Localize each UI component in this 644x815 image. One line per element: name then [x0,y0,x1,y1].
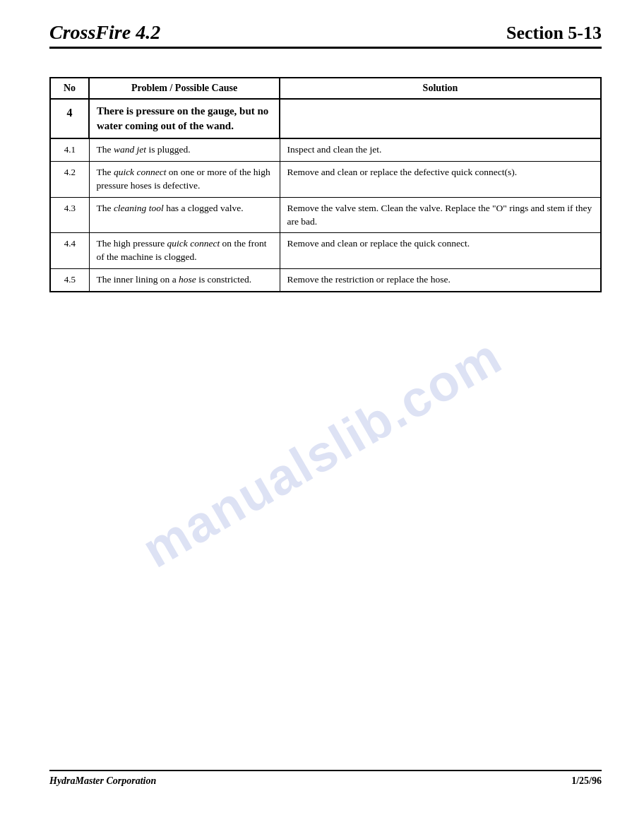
document-title: CrossFire 4.2 [49,21,160,44]
col-header-solution: Solution [280,78,601,99]
section-label: Section 5-13 [506,23,602,44]
main-row-problem: There is pressure on the gauge, but no w… [89,99,280,138]
page-header: CrossFire 4.2 Section 5-13 [49,21,602,49]
main-problem-text: There is pressure on the gauge, but no w… [97,105,268,131]
table-row-main: 4 There is pressure on the gauge, but no… [50,99,601,138]
sub-row-4-2-no: 4.2 [50,161,89,197]
page-footer: HydraMaster Corporation 1/25/96 [49,770,602,787]
table-row-4-3: 4.3 The cleaning tool has a clogged valv… [50,197,601,233]
sub-row-4-3-no: 4.3 [50,197,89,233]
italic-wand-jet: wand jet [114,144,146,155]
col-header-no: No [50,78,89,99]
col-header-problem: Problem / Possible Cause [89,78,280,99]
sub-row-4-4-no: 4.4 [50,233,89,269]
sub-row-4-3-solution: Remove the valve stem. Clean the valve. … [280,197,601,233]
sub-row-4-4-solution: Remove and clean or replace the quick co… [280,233,601,269]
troubleshooting-table: No Problem / Possible Cause Solution 4 T… [49,77,602,292]
table-row-4-1: 4.1 The wand jet is plugged. Inspect and… [50,138,601,161]
italic-cleaning-tool: cleaning tool [114,203,164,213]
table-row-4-2: 4.2 The quick connect on one or more of … [50,161,601,197]
main-row-no: 4 [50,99,89,138]
italic-quick-connect-4-4: quick connect [167,238,220,249]
sub-row-4-4-problem: The high pressure quick connect on the f… [89,233,280,269]
table-row-4-4: 4.4 The high pressure quick connect on t… [50,233,601,269]
page-container: CrossFire 4.2 Section 5-13 No Problem / … [0,0,644,815]
sub-row-4-5-problem: The inner lining on a hose is constricte… [89,269,280,292]
sub-row-4-3-problem: The cleaning tool has a clogged valve. [89,197,280,233]
italic-hose: hose [179,274,196,285]
italic-quick-connect-4-2: quick connect [114,167,167,177]
sub-row-4-1-solution: Inspect and clean the jet. [280,138,601,161]
sub-row-4-1-problem: The wand jet is plugged. [89,138,280,161]
footer-date: 1/25/96 [571,775,602,787]
sub-row-4-5-solution: Remove the restriction or replace the ho… [280,269,601,292]
watermark: manualslib.com [133,326,512,578]
main-row-solution [280,99,601,138]
sub-row-4-1-no: 4.1 [50,138,89,161]
table-row-4-5: 4.5 The inner lining on a hose is constr… [50,269,601,292]
sub-row-4-2-problem: The quick connect on one or more of the … [89,161,280,197]
sub-row-4-5-no: 4.5 [50,269,89,292]
footer-company: HydraMaster Corporation [49,775,156,787]
sub-row-4-2-solution: Remove and clean or replace the defectiv… [280,161,601,197]
table-header-row: No Problem / Possible Cause Solution [50,78,601,99]
